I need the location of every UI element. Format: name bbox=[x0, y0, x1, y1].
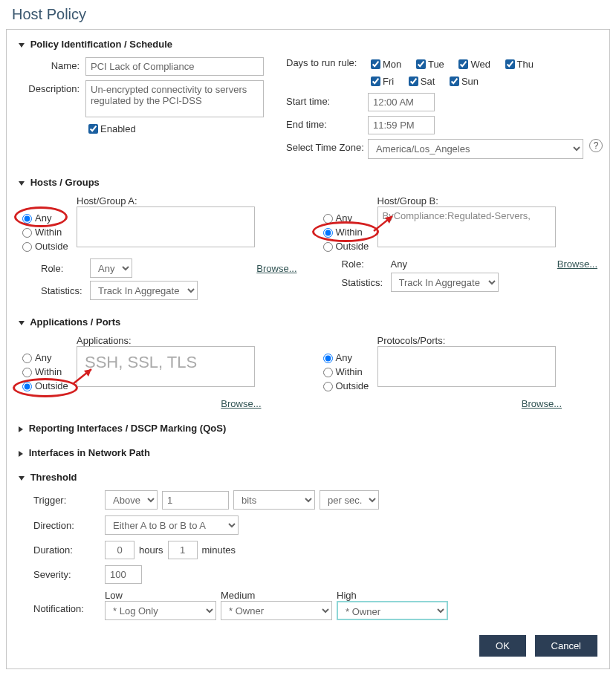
start-time-label: Start time: bbox=[286, 93, 368, 107]
start-time-input[interactable] bbox=[368, 93, 435, 111]
apps-any-radio[interactable] bbox=[22, 354, 32, 363]
severity-input[interactable] bbox=[105, 565, 142, 584]
role-b-value: Any bbox=[391, 258, 407, 270]
section-reporting: Reporting Interfaces / DSCP Marking (QoS… bbox=[19, 423, 597, 434]
section-identification: Policy Identification / Schedule Name: D… bbox=[19, 39, 597, 163]
enabled-checkbox[interactable] bbox=[88, 124, 98, 134]
stats-b-label: Statistics: bbox=[342, 277, 388, 288]
browse-a-link[interactable]: Browse... bbox=[256, 263, 296, 274]
high-select[interactable]: * Owner bbox=[337, 601, 448, 620]
section-apps: Applications / Ports Any Within Outside … bbox=[19, 316, 597, 409]
role-a-select[interactable]: Any bbox=[90, 258, 132, 278]
section-title: Threshold bbox=[30, 472, 77, 483]
section-header-interfaces[interactable]: Interfaces in Network Path bbox=[19, 447, 597, 458]
notification-label: Notification: bbox=[33, 590, 100, 614]
section-header-apps[interactable]: Applications / Ports bbox=[19, 316, 597, 328]
group-a-within-radio[interactable] bbox=[22, 228, 32, 238]
days-label: Days to run rule: bbox=[286, 57, 368, 68]
group-b-outside-radio[interactable] bbox=[323, 242, 333, 252]
description-input[interactable]: Un-encrypted connectivity to servers reg… bbox=[85, 80, 264, 117]
day-sun[interactable] bbox=[450, 77, 459, 86]
section-interfaces: Interfaces in Network Path bbox=[19, 447, 597, 458]
end-time-label: End time: bbox=[286, 116, 368, 130]
ports-label: Protocols/Ports: bbox=[377, 335, 598, 346]
duration-minutes-input[interactable] bbox=[168, 541, 198, 559]
severity-label: Severity: bbox=[33, 569, 100, 580]
medium-select[interactable]: * Owner bbox=[221, 601, 332, 620]
section-header-threshold[interactable]: Threshold bbox=[19, 472, 597, 483]
chevron-down-icon bbox=[19, 43, 25, 48]
stats-a-label: Statistics: bbox=[41, 285, 87, 296]
section-hosts: Hosts / Groups Any Within Outside Host/G… bbox=[19, 177, 597, 303]
day-thu[interactable] bbox=[505, 59, 515, 69]
trigger-rate-select[interactable]: per sec. bbox=[320, 490, 379, 510]
group-b-input[interactable]: ByCompliance:Regulated-Servers, bbox=[377, 206, 556, 247]
chevron-down-icon bbox=[19, 321, 25, 325]
duration-label: Duration: bbox=[33, 544, 100, 556]
end-time-input[interactable] bbox=[368, 116, 435, 134]
chevron-down-icon bbox=[19, 476, 25, 481]
ports-any-radio[interactable] bbox=[323, 354, 333, 363]
day-sat[interactable] bbox=[409, 77, 418, 86]
apps-outside-radio[interactable] bbox=[22, 382, 32, 391]
section-title: Policy Identification / Schedule bbox=[30, 39, 172, 50]
ok-button[interactable]: OK bbox=[479, 635, 526, 657]
section-header-reporting[interactable]: Reporting Interfaces / DSCP Marking (QoS… bbox=[19, 423, 597, 434]
chevron-down-icon bbox=[19, 181, 25, 186]
section-title: Interfaces in Network Path bbox=[29, 447, 150, 458]
role-a-label: Role: bbox=[41, 263, 87, 274]
day-fri[interactable] bbox=[371, 77, 380, 86]
apps-label: Applications: bbox=[77, 335, 297, 346]
section-title: Reporting Interfaces / DSCP Marking (QoS… bbox=[29, 423, 227, 434]
browse-apps-link[interactable]: Browse... bbox=[221, 398, 261, 409]
group-a-label: Host/Group A: bbox=[77, 195, 297, 206]
ports-input[interactable] bbox=[377, 346, 556, 387]
apps-within-radio[interactable] bbox=[22, 368, 32, 377]
enabled-label: Enabled bbox=[100, 123, 136, 134]
hours-label: hours bbox=[139, 544, 163, 556]
description-label: Description: bbox=[19, 80, 85, 94]
stats-b-select[interactable]: Track In Aggregate bbox=[391, 273, 499, 292]
ports-within-radio[interactable] bbox=[323, 368, 333, 377]
page-title: Host Policy bbox=[0, 0, 616, 29]
section-title: Applications / Ports bbox=[30, 316, 120, 328]
name-input[interactable] bbox=[85, 57, 264, 76]
chevron-right-icon bbox=[19, 426, 23, 432]
duration-hours-input[interactable] bbox=[105, 541, 134, 559]
trigger-unit-select[interactable]: bits bbox=[233, 490, 315, 510]
browse-b-link[interactable]: Browse... bbox=[557, 258, 597, 270]
minutes-label: minutes bbox=[202, 544, 236, 556]
direction-label: Direction: bbox=[33, 520, 100, 531]
chevron-right-icon bbox=[19, 451, 23, 457]
low-label: Low bbox=[105, 590, 216, 601]
section-threshold: Threshold Trigger: Above bits per sec. D… bbox=[19, 472, 597, 620]
main-panel: Policy Identification / Schedule Name: D… bbox=[6, 29, 610, 669]
name-label: Name: bbox=[19, 57, 85, 71]
apps-input[interactable]: SSH, SSL, TLS bbox=[77, 346, 255, 387]
high-label: High bbox=[337, 590, 448, 601]
day-wed[interactable] bbox=[458, 59, 468, 69]
trigger-op-select[interactable]: Above bbox=[105, 490, 158, 510]
stats-a-select[interactable]: Track In Aggregate bbox=[90, 281, 198, 300]
help-icon[interactable]: ? bbox=[589, 139, 603, 152]
group-b-any-radio[interactable] bbox=[323, 214, 333, 224]
group-b-label: Host/Group B: bbox=[377, 195, 598, 206]
timezone-select[interactable]: America/Los_Angeles bbox=[368, 139, 583, 159]
day-tue[interactable] bbox=[416, 59, 426, 69]
trigger-value-input[interactable] bbox=[162, 491, 229, 510]
direction-select[interactable]: Either A to B or B to A bbox=[105, 515, 239, 535]
group-a-any-radio[interactable] bbox=[22, 214, 32, 224]
cancel-button[interactable]: Cancel bbox=[535, 635, 597, 657]
section-header-identification[interactable]: Policy Identification / Schedule bbox=[19, 39, 597, 50]
timezone-label: Select Time Zone: bbox=[286, 139, 368, 153]
ports-outside-radio[interactable] bbox=[323, 382, 333, 391]
section-title: Hosts / Groups bbox=[30, 177, 100, 188]
low-select[interactable]: * Log Only bbox=[105, 601, 216, 620]
day-mon[interactable] bbox=[371, 59, 380, 69]
section-header-hosts[interactable]: Hosts / Groups bbox=[19, 177, 597, 188]
group-a-input[interactable] bbox=[77, 206, 255, 247]
browse-ports-link[interactable]: Browse... bbox=[522, 398, 562, 409]
medium-label: Medium bbox=[221, 590, 332, 601]
group-b-within-radio[interactable] bbox=[323, 228, 333, 238]
group-a-outside-radio[interactable] bbox=[22, 242, 32, 252]
